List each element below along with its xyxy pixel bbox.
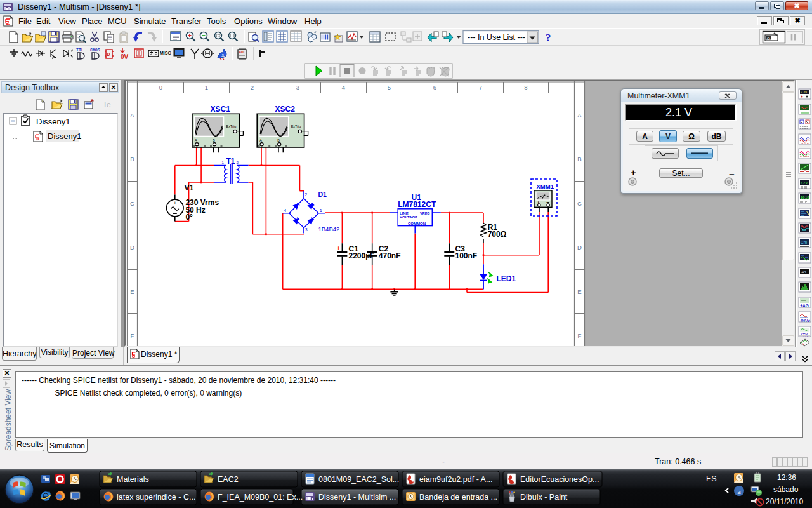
svg-text:2200µF: 2200µF [349,251,375,260]
svg-text:ADL: ADL [239,50,246,54]
svg-text:ExTrig: ExTrig [291,124,301,128]
svg-text:E: E [577,288,581,295]
svg-text:1: 1 [205,84,208,91]
svg-text:A: A [130,112,134,119]
svg-text:2: 2 [305,192,308,197]
svg-text:TTL: TTL [76,48,84,53]
svg-text:0V: 0V [121,53,129,60]
svg-text:D: D [107,52,110,57]
svg-text:700Ω: 700Ω [488,230,507,239]
svg-text:3: 3 [296,84,299,91]
svg-text:※AG: ※AG [801,318,810,323]
svg-text:F: F [131,332,134,339]
svg-text:C: C [577,200,582,207]
svg-text:EAC2: EAC2 [218,475,239,484]
svg-text:B: B [277,138,280,142]
svg-text:T1: T1 [226,157,235,166]
svg-text:E: E [130,288,134,295]
svg-text:O: O [767,37,770,41]
svg-text:VREG: VREG [420,211,430,215]
svg-text:1: 1 [320,208,322,213]
svg-text:÷AG: ÷AG [801,304,809,308]
svg-text:Dibuix - Paint: Dibuix - Paint [520,493,568,502]
svg-text:7: 7 [479,84,482,91]
svg-text:Disseny1: Disseny1 [36,117,70,126]
svg-text:XSC1: XSC1 [211,105,231,114]
svg-text:470nF: 470nF [379,251,401,260]
svg-text:A: A [577,112,582,119]
svg-text:6: 6 [433,84,436,91]
svg-text:0801M09_EAC2_Sol...: 0801M09_EAC2_Sol... [318,475,399,484]
svg-text:XMM1: XMM1 [537,183,554,190]
svg-text:JL: JL [221,53,225,57]
svg-text:Cm: Cm [801,240,807,244]
svg-text:B: B [130,156,134,163]
svg-text:latex superindice - C...: latex superindice - C... [117,493,195,502]
svg-text:+TK: +TK [801,333,809,337]
svg-text:4: 4 [342,84,345,91]
svg-text:LM7812CT: LM7812CT [398,200,436,209]
svg-text:ExTrig: ExTrig [226,124,237,128]
svg-text:C: C [130,200,134,207]
svg-text:V1: V1 [185,184,194,192]
svg-text:8: 8 [524,84,527,91]
svg-text:3: 3 [305,227,308,232]
svg-text:D1: D1 [318,190,327,198]
svg-text:4: 4 [284,208,287,213]
svg-text:LINE: LINE [400,211,409,215]
svg-text:B: B [213,138,215,142]
svg-text:B: B [577,156,581,163]
svg-text:D: D [130,244,134,251]
svg-text:0°: 0° [185,213,193,222]
svg-text:EditorEcuacionesOp...: EditorEcuacionesOp... [520,475,599,484]
svg-text:+: + [173,200,176,206]
svg-text:2: 2 [251,84,254,91]
svg-text:100nF: 100nF [455,251,478,260]
svg-text:eiam9uf2u2.pdf - A...: eiam9uf2u2.pdf - A... [419,475,492,484]
svg-text:1B4B42: 1B4B42 [318,225,340,232]
svg-text:2.39: 2.39 [801,90,807,94]
svg-text:5: 5 [388,84,391,91]
svg-text:1010: 1010 [801,196,810,200]
svg-text:A: A [195,138,197,142]
svg-text:+: + [337,245,340,251]
svg-text:--- In Use List ---: --- In Use List --- [468,33,525,42]
svg-text:123: 123 [801,181,808,185]
svg-text:F_IEA_M09B0_01: Ex...: F_IEA_M09B0_01: Ex... [218,493,303,502]
svg-text:Te: Te [103,100,111,109]
svg-text:Disseny1: Disseny1 [48,131,81,141]
svg-text:XSC2: XSC2 [275,105,296,114]
svg-text:COMMON: COMMON [408,222,426,225]
svg-text:?: ? [546,32,551,44]
svg-text:A: A [259,138,262,142]
svg-text:.04: .04 [801,270,807,274]
svg-text:D: D [577,244,582,251]
svg-text:Bandeja de entrada ...: Bandeja de entrada ... [419,493,497,502]
svg-text:MISC: MISC [160,51,171,55]
svg-text:VOLTAGE: VOLTAGE [400,215,417,219]
svg-text:Disseny1 - Multisim ...: Disseny1 - Multisim ... [318,493,396,502]
svg-text:Materials: Materials [117,475,149,484]
svg-text:Spreadsheet View: Spreadsheet View [4,389,13,451]
svg-text:F: F [578,332,582,339]
svg-text:LED1: LED1 [497,274,516,283]
svg-text:CMOS: CMOS [90,48,100,53]
svg-text:0: 0 [159,84,162,91]
